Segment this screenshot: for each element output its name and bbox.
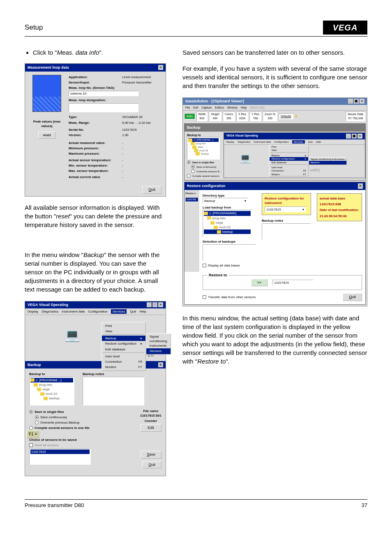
lbl-actual-cur: Actual current value (69, 175, 122, 179)
lbl-version: Version: (69, 133, 122, 137)
r-overwrite[interactable]: Overwrite previous B… (187, 169, 222, 173)
val-version: 1.00 (122, 133, 129, 137)
chk-transfer-other[interactable]: Transfer data from other sensors (203, 295, 256, 299)
bullet-meas-data-info: Click to "Meas. data info". (33, 48, 166, 57)
quit-button-fig3[interactable]: Quit (343, 293, 362, 301)
load-tree[interactable]: c: [PROGRAMME] prog-neu vega vvo2-22 bac… (203, 210, 252, 237)
cursor-icon: ✋ (295, 115, 297, 118)
edit-button[interactable]: Edit (140, 424, 161, 432)
val-serial: 11017815 (122, 127, 137, 132)
val-actual-meas: - (122, 141, 123, 145)
para-backup: In the menu window "Backup" the sensor w… (25, 250, 166, 294)
window-controls[interactable]: _□× (147, 302, 163, 308)
arrow-button[interactable]: >> (251, 279, 268, 287)
backup-notes-field[interactable] (83, 377, 144, 405)
actio-box[interactable]: Actio (184, 114, 195, 119)
val-max-press: - (122, 151, 123, 156)
save-button[interactable]: Save (141, 451, 161, 459)
backup-notes-label: Backup notes (83, 372, 144, 376)
r-compile[interactable]: Compile several sensors (187, 174, 222, 178)
date-val: 21.03.98 04:59:40 (320, 214, 359, 218)
radio-overwrite[interactable]: Overwrite previous Backup (29, 420, 90, 425)
load-from-label: Load backup from (203, 205, 256, 210)
lbl-backup-to: Backup to (187, 133, 222, 137)
selection-of-backups[interactable] (203, 244, 256, 261)
quit-button-fig1[interactable]: QQuituit (142, 186, 161, 194)
page-header: Setup VEGA (25, 21, 367, 37)
input-loop-desig[interactable] (69, 103, 138, 112)
r-save-cont[interactable]: Save continuously (187, 165, 222, 169)
lbl-max-temp: Max. sensor temperature: (69, 169, 122, 173)
lbl-loop-no: Meas. loop No. (Sensor-TAG): (69, 86, 122, 90)
radio-compile[interactable]: Compile several sensors in one file (29, 426, 90, 430)
tree-inner[interactable]: c:\ [PROGRAM…] prog-neu vega vvo2-22 bac… (187, 137, 220, 160)
para-saved-sensors: Saved sensors can be transferred later o… (182, 48, 367, 57)
directory-tree[interactable]: c: [PROGRAM…] prog-neu vega vvo2-22 back… (29, 377, 74, 405)
restore-to-value: 11017815 (272, 280, 314, 285)
lbl-min-press: Minimum pressure: (69, 146, 122, 151)
outer-app-title: DataSolution - [Clipboard Viewer] (185, 99, 244, 104)
r-save-single[interactable]: Save in single files (187, 160, 222, 164)
lbl-range: Meas. Range: (69, 120, 122, 125)
backup-notes-box2[interactable] (262, 223, 311, 240)
tank-graphic (32, 75, 61, 112)
fig-measurement-loop-data: Measurement loop data × Peak values (max… (25, 63, 166, 197)
lbl-min-temp: Min. sensor temperature: (69, 163, 122, 168)
backup-notes-l2: Backup notes (262, 218, 311, 223)
input-loop-no[interactable]: cisterna 10 (69, 91, 138, 96)
laptop-icon: 💻 (65, 329, 80, 341)
lbl-actual-meas: Actual measured value: (69, 141, 122, 145)
close-icon[interactable]: × (158, 65, 163, 70)
sensor-list[interactable]: 11017815 (29, 448, 91, 465)
fig-backup-window: VEGA Visual Operating _□× Display Diagno… (25, 301, 166, 476)
val-application: Level measurement (122, 75, 151, 79)
close-icon[interactable]: × (358, 183, 363, 189)
inner-services-dropdown[interactable]: Print View Backup▸ Restore configuration… (269, 145, 309, 176)
inner-restore-submenu[interactable]: Signal conditioning instruments Sensors (309, 157, 347, 165)
lbl-actual-temp: Actual sensor temperature: (69, 158, 122, 162)
vega-logo: VEGA (323, 21, 367, 35)
peak-values-label: Peak values (max values) (28, 119, 65, 128)
f1-label: F1 = (27, 430, 39, 438)
sel-backups-label: Selection of backups (203, 239, 256, 244)
dir-type-label: Directory type (203, 193, 256, 198)
lbl-loop-desig: Meas. loop designation: (69, 98, 122, 102)
bullet-italic: Meas. data info (57, 49, 99, 56)
right-column: Saved sensors can be transferred later o… (182, 48, 367, 484)
inner-menu-bar[interactable]: DisplayDiagnosticsInstrument dataConfigu… (224, 139, 365, 145)
lbl-sensor-input: Sensor/Input: (69, 80, 122, 85)
db-file: 11017815.S08 (320, 202, 359, 206)
footer-page-number: 37 (362, 502, 367, 508)
actual-db-panel: actual data base 11017815.S08 Date of la… (317, 193, 362, 221)
bg-art: IART) (310, 168, 320, 173)
window-controls[interactable]: _▣× (346, 134, 362, 139)
file-name-value: 11017815.S01 (140, 413, 161, 418)
reset-button[interactable]: reset (38, 132, 55, 139)
choice-sensors-label: Choice of sensors to be saved (29, 438, 161, 442)
val-min-temp: - (122, 163, 123, 168)
chk-save-all-sensors[interactable]: Save all sensors (29, 443, 161, 447)
radio-save-single[interactable]: Save in single files (29, 410, 90, 414)
instrument-select[interactable]: 11017815▾ (265, 206, 306, 212)
dir-type-select[interactable]: Backup▾ (203, 198, 248, 204)
bullet-prefix: Click to " (33, 49, 57, 56)
menu-bar[interactable]: Display Diagnostics Instrument data Conf… (25, 308, 166, 315)
left-column: Click to "Meas. data info". Measurement … (25, 48, 166, 484)
window-controls[interactable]: _▣× (348, 99, 364, 104)
choice-sensor[interactable]: 1101781 (186, 198, 198, 201)
radio-save-cont[interactable]: Save continuously (29, 415, 90, 419)
page-footer: Pressure transmitter D80 37 (25, 499, 367, 508)
lbl-max-press: Maximum pressure: (69, 151, 122, 156)
quit-button-fig2[interactable]: Quit (142, 461, 161, 469)
para-reset-info: All available sensor information is disp… (25, 203, 166, 229)
services-dropdown[interactable]: Print View Backup▸ Restore configuration… (101, 322, 146, 371)
defaults-button[interactable]: Defaults (279, 114, 293, 119)
backup-to-label: Backup to (29, 372, 74, 376)
val-range: 0,00 bar ... 0,10 bar (122, 120, 151, 125)
close-icon[interactable]: × (158, 362, 163, 368)
outer-menu-bar[interactable]: FileEditCaptureEditorsWindowHelpCtrl+C=C… (183, 105, 367, 111)
backup-submenu[interactable]: Signal conditioning instruments Sensors (146, 334, 171, 354)
restore-to-legend: Restore to (207, 273, 229, 278)
chk-display-all[interactable]: Display all data bases (203, 263, 256, 268)
fig1-title: Measurement loop data (28, 65, 69, 70)
